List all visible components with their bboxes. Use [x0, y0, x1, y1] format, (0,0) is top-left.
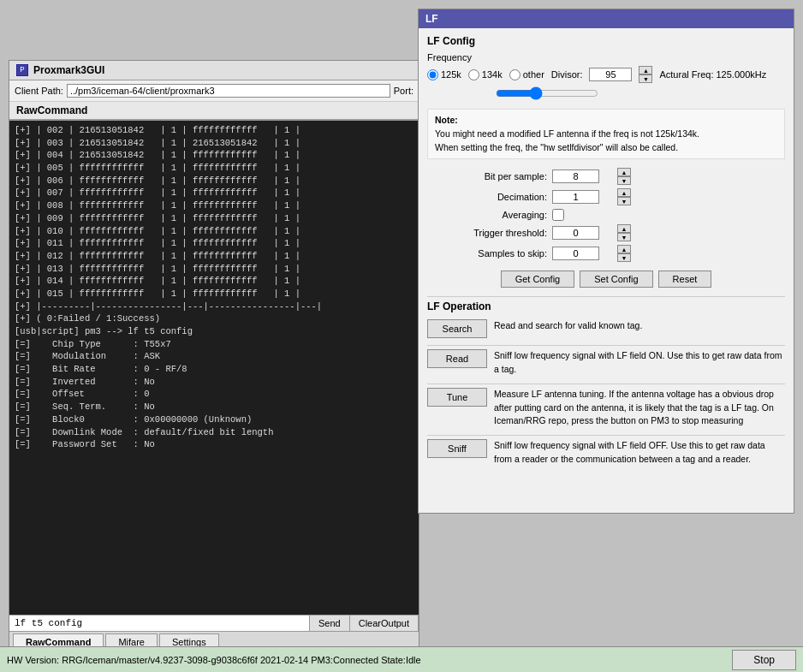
freq-other-radio[interactable]	[509, 69, 520, 80]
terminal-line: [=] Bit Rate : 0 - RF/8	[15, 363, 413, 376]
slider-row	[427, 86, 785, 102]
terminal-line: [+] | 003 | 216513051842 | 1 | 216513051…	[15, 137, 413, 150]
op-button-tune[interactable]: Tune	[427, 388, 487, 407]
divisor-input[interactable]	[589, 68, 632, 81]
lf-config-title: LF Config	[427, 35, 785, 47]
divisor-down-btn[interactable]: ▼	[639, 74, 652, 83]
terminal-line: [+] | 004 | 216513051842 | 1 | fffffffff…	[15, 149, 413, 162]
decimation-input[interactable]	[552, 190, 599, 204]
op-divider	[427, 296, 785, 297]
terminal-line: [+] | 015 | ffffffffffff | 1 | fffffffff…	[15, 288, 413, 300]
lf-operation-title: LF Operation	[427, 300, 785, 312]
freq-134k-label[interactable]: 134k	[468, 69, 503, 80]
terminal-line: [=] Modulation : ASK	[15, 350, 413, 363]
op-desc-0: Read and search for valid known tag.	[494, 319, 785, 333]
clear-output-button[interactable]: ClearOutput	[350, 616, 419, 631]
lf-window: LF LF Config Frequency 125k 134k other D…	[418, 9, 794, 514]
client-path-input[interactable]	[67, 84, 390, 98]
bps-down-btn[interactable]: ▼	[617, 176, 631, 185]
trigger-threshold-input[interactable]	[552, 226, 599, 240]
app-icon-label: P	[20, 66, 24, 74]
freq-other-label[interactable]: other	[509, 69, 544, 80]
bit-per-sample-label: Bit per sample:	[427, 171, 547, 181]
main-window: P Proxmark3GUI Client Path: Port: RawCom…	[9, 60, 419, 651]
terminal-area: [+] | 002 | 216513051842 | 1 | fffffffff…	[9, 121, 419, 615]
get-config-button[interactable]: Get Config	[501, 271, 575, 288]
op-button-search[interactable]: Search	[427, 319, 487, 338]
op-row-3: SniffSniff low frequency signal with LF …	[427, 439, 785, 467]
op-row-2: TuneMeasure LF antenna tuning. If the an…	[427, 388, 785, 428]
terminal-line: [=] Downlink Mode : default/fixed bit le…	[15, 426, 413, 439]
freq-134k-radio[interactable]	[468, 69, 479, 80]
rawcommand-header: RawCommand	[9, 102, 419, 121]
operations-container: SearchRead and search for valid known ta…	[427, 319, 785, 466]
terminal-line: [=] Password Set : No	[15, 438, 413, 451]
dec-down-btn[interactable]: ▼	[617, 197, 631, 205]
config-grid: Bit per sample: ▲ ▼ Decimation: ▲ ▼ Aver…	[427, 168, 785, 262]
window-title: Proxmark3GUI	[33, 64, 104, 76]
op-row-0: SearchRead and search for valid known ta…	[427, 319, 785, 338]
terminal-line: [+] ( 0:Failed / 1:Success)	[15, 312, 413, 325]
op-row-1: ReadSniff low frequency signal with LF f…	[427, 349, 785, 377]
bps-up-btn[interactable]: ▲	[617, 168, 631, 176]
terminal-line: [+] | 002 | 216513051842 | 1 | fffffffff…	[15, 124, 413, 137]
window-titlebar: P Proxmark3GUI	[9, 61, 419, 80]
note-text: You might need a modified LF antenna if …	[435, 128, 699, 152]
client-path-label: Client Path:	[15, 86, 63, 96]
skip-down-btn[interactable]: ▼	[617, 253, 631, 262]
freq-125k-label[interactable]: 125k	[427, 69, 461, 80]
frequency-section: Frequency 125k 134k other Divisor: ▲	[427, 52, 785, 102]
op-button-sniff[interactable]: Sniff	[427, 439, 487, 458]
op-button-read[interactable]: Read	[427, 349, 487, 368]
terminal-line: [usb|script] pm3 --> lf t5 config	[15, 325, 413, 338]
actual-freq: Actural Freq: 125.000kHz	[659, 69, 766, 80]
status-text: HW Version: RRG/Iceman/master/v4.9237-30…	[7, 655, 732, 665]
freq-options-row: 125k 134k other Divisor: ▲ ▼ Actural Fre…	[427, 66, 785, 83]
freq-other-text: other	[523, 69, 544, 80]
terminal-line: [+] | 010 | ffffffffffff | 1 | fffffffff…	[15, 225, 413, 238]
terminal-line: [=] Seq. Term. : No	[15, 401, 413, 413]
averaging-checkbox[interactable]	[552, 209, 564, 221]
terminal-line: [+] | 005 | ffffffffffff | 1 | fffffffff…	[15, 162, 413, 175]
freq-125k-radio[interactable]	[427, 69, 438, 80]
frequency-label: Frequency	[427, 52, 785, 62]
dec-up-btn[interactable]: ▲	[617, 188, 631, 197]
reset-button[interactable]: Reset	[658, 271, 712, 288]
note-label: Note:	[435, 115, 458, 125]
terminal-line: [+] | 009 | ffffffffffff | 1 | fffffffff…	[15, 212, 413, 225]
port-label: Port:	[394, 86, 413, 96]
lf-titlebar: LF	[419, 9, 794, 28]
lf-content: LF Config Frequency 125k 134k other Divi…	[419, 28, 794, 513]
freq-134k-text: 134k	[482, 69, 503, 80]
client-path-bar: Client Path: Port:	[9, 80, 419, 102]
terminal-line: [+] | 012 | ffffffffffff | 1 | fffffffff…	[15, 250, 413, 263]
freq-slider[interactable]	[496, 86, 598, 100]
set-config-button[interactable]: Set Config	[580, 271, 652, 288]
note-box: Note: You might need a modified LF anten…	[427, 109, 785, 159]
command-input[interactable]	[9, 616, 310, 631]
op-divider-1	[427, 384, 785, 384]
skip-up-btn[interactable]: ▲	[617, 245, 631, 253]
trigger-threshold-label: Trigger threshold:	[427, 228, 547, 238]
op-desc-1: Sniff low frequency signal with LF field…	[494, 349, 785, 377]
terminal-line: [+] | 008 | ffffffffffff | 1 | fffffffff…	[15, 199, 413, 212]
send-button[interactable]: Send	[310, 616, 350, 631]
divisor-up-btn[interactable]: ▲	[639, 66, 652, 74]
terminal-line: [=] Block0 : 0x00000000 (Unknown)	[15, 413, 413, 426]
op-divider-0	[427, 345, 785, 346]
freq-125k-text: 125k	[441, 69, 461, 80]
samples-skip-label: Samples to skip:	[427, 248, 547, 259]
terminal-line: [+] | 007 | ffffffffffff | 1 | fffffffff…	[15, 187, 413, 199]
terminal-line: [+] | 011 | ffffffffffff | 1 | fffffffff…	[15, 237, 413, 250]
bit-per-sample-input[interactable]	[552, 169, 599, 183]
terminal-line: [=] Offset : 0	[15, 388, 413, 401]
stop-button[interactable]: Stop	[732, 650, 796, 670]
op-divider-2	[427, 435, 785, 436]
samples-skip-input[interactable]	[552, 247, 599, 260]
config-buttons: Get Config Set Config Reset	[427, 271, 785, 288]
terminal-line: [=] Inverted : No	[15, 376, 413, 389]
app-icon: P	[16, 64, 28, 76]
trigger-down-btn[interactable]: ▼	[617, 233, 631, 241]
trigger-up-btn[interactable]: ▲	[617, 224, 631, 233]
terminal-line: [=] Chip Type : T55x7	[15, 338, 413, 351]
